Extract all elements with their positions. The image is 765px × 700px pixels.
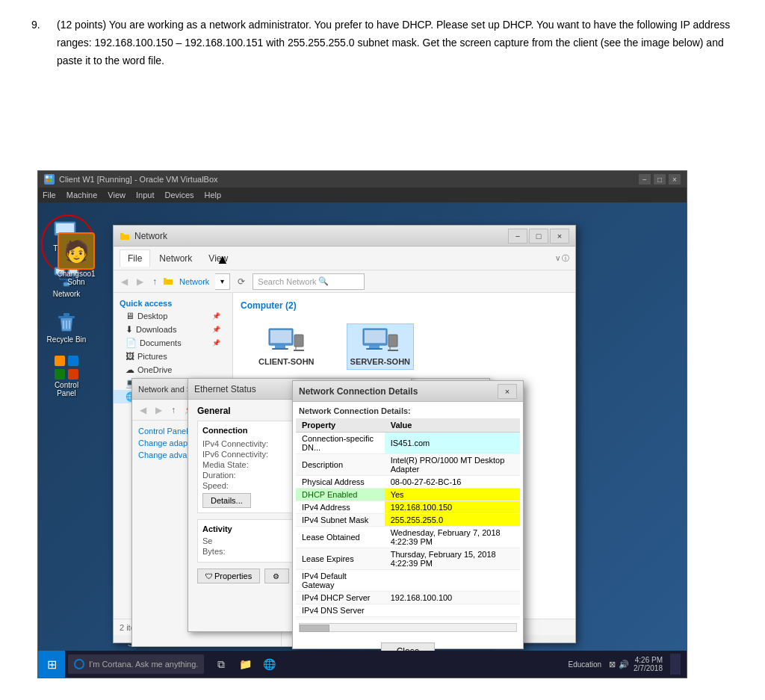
vbox-menu-help[interactable]: Help	[205, 191, 222, 199]
vbox-menubar: File Machine View Input Devices Help	[38, 188, 687, 202]
user-name-label: Changsoo1	[57, 270, 95, 278]
ncd-close-x-btn[interactable]: ×	[498, 384, 517, 399]
vbox-menu-view[interactable]: View	[108, 191, 126, 199]
vbox-menu-devices[interactable]: Devices	[164, 191, 193, 199]
ncd-value-cell: 255.255.255.0	[385, 514, 520, 527]
tray-network-icon[interactable]: ⊠	[609, 660, 616, 669]
sidebar-item-desktop[interactable]: 🖥 Desktop 📌	[114, 309, 232, 323]
ncd-value-cell	[385, 570, 520, 592]
task-view-btn[interactable]: ⧉	[210, 653, 232, 675]
back-btn[interactable]: ◀	[118, 275, 131, 288]
ncd-scrollbar[interactable]	[299, 623, 517, 632]
tray-sound-icon[interactable]: 🔊	[619, 660, 629, 669]
desktop-sidebar-icon: 🖥	[126, 311, 134, 321]
desktop-icon-recycle-bin[interactable]: Recycle Bin	[44, 309, 89, 344]
forward-btn[interactable]: ▶	[134, 275, 146, 288]
cortana-search-bar[interactable]: I'm Cortana. Ask me anything.	[68, 654, 204, 674]
vbox-menu-input[interactable]: Input	[136, 191, 154, 199]
up-btn[interactable]: ↑	[149, 275, 160, 288]
ribbon-tab-file[interactable]: File	[120, 250, 150, 267]
cortana-circle-icon	[74, 659, 84, 669]
ncd-scrollbar-thumb	[300, 625, 329, 632]
search-bar[interactable]: Search Network 🔍	[253, 273, 365, 290]
computer-item-client[interactable]: CLIENT-SOHN	[255, 324, 318, 369]
svg-rect-34	[365, 330, 385, 343]
network-connection-details-window: Network Connection Details × Network Con…	[292, 380, 524, 649]
ncd-titlebar: Network Connection Details ×	[293, 381, 523, 402]
vm-desktop-content: 🧑 Changsoo1 Sohn This PC	[38, 202, 687, 678]
ncd-details-table: Property Value Connection-specific DN...…	[296, 418, 520, 620]
explorer-maximize-btn[interactable]: □	[529, 229, 548, 244]
sidebar-item-documents[interactable]: 📄 Documents 📌	[114, 336, 232, 350]
ribbon-tab-network[interactable]: Network	[152, 250, 199, 267]
computer-item-server[interactable]: SERVER-SOHN	[347, 324, 413, 369]
recycle-bin-icon	[53, 309, 80, 335]
folder-icon	[120, 231, 130, 241]
details-btn[interactable]: Details...	[202, 493, 251, 508]
client-sohn-label: CLIENT-SOHN	[258, 357, 315, 366]
ncd-property-cell: IPv4 DHCP Server	[296, 592, 385, 604]
ncd-property-cell: IPv4 DNS Server	[296, 604, 385, 617]
ncd-property-cell: Physical Address	[296, 476, 385, 489]
explorer-close-btn[interactable]: ×	[550, 229, 569, 244]
question-text: (12 points) You are working as a network…	[57, 16, 734, 69]
ipv4-conn-label: IPv4 Connectivity:	[202, 439, 277, 448]
show-desktop-btn[interactable]	[670, 654, 681, 675]
sidebar-onedrive-label: OneDrive	[137, 365, 172, 374]
ncd-value-cell: IS451.com	[385, 433, 520, 454]
downloads-sidebar-icon: ⬇	[126, 324, 133, 335]
cortana-text: I'm Cortana. Ask me anything.	[89, 660, 198, 669]
bytes-label: Bytes:	[202, 547, 277, 556]
sidebar-item-pictures[interactable]: 🖼 Pictures	[114, 350, 232, 363]
vbox-menu-file[interactable]: File	[43, 191, 56, 199]
quick-access-label: Quick access	[114, 297, 232, 309]
refresh-btn[interactable]: ⟳	[233, 273, 250, 290]
svg-rect-35	[369, 345, 380, 348]
vbox-close-btn[interactable]: ×	[669, 174, 681, 185]
search-icon: 🔍	[318, 276, 329, 286]
properties-btn[interactable]: 🛡Properties	[197, 569, 260, 583]
ncd-value-cell: 192.168.100.100	[385, 592, 520, 604]
address-dropdown[interactable]: ▾	[215, 273, 230, 290]
onedrive-sidebar-icon: ☁	[126, 365, 134, 375]
vbox-minimize-btn[interactable]: −	[639, 174, 651, 185]
eth-btn2[interactable]: ⚙	[264, 569, 289, 583]
ncd-value-cell	[385, 617, 520, 621]
desktop-icon-control-panel[interactable]: Control Panel	[44, 354, 89, 397]
ribbon-tab-view[interactable]: View	[201, 250, 235, 267]
file-explorer-taskbar-btn[interactable]: 📁	[234, 653, 256, 675]
computer-section-header: Computer (2)	[241, 300, 568, 311]
ncd-value-cell: Wednesday, February 7, 2018 4:22:39 PM	[385, 527, 520, 548]
vbox-title-text: Client W1 [Running] - Oracle VM VirtualB…	[59, 175, 218, 184]
start-button[interactable]: ⊞	[38, 651, 65, 678]
ncd-value-cell: Intel(R) PRO/1000 MT Desktop Adapter	[385, 454, 520, 476]
ncd-value-cell: 192.168.100.150	[385, 501, 520, 514]
svg-rect-1	[49, 176, 52, 179]
svg-rect-36	[366, 348, 382, 350]
downloads-pin: 📌	[212, 326, 220, 333]
sidebar-item-downloads[interactable]: ⬇ Downloads 📌	[114, 323, 232, 336]
sidebar-item-onedrive[interactable]: ☁ OneDrive	[114, 363, 232, 377]
edge-taskbar-btn[interactable]: 🌐	[258, 653, 280, 675]
vbox-menu-machine[interactable]: Machine	[66, 191, 98, 199]
ncd-property-cell: Connection-specific DN...	[296, 433, 385, 454]
svg-rect-39	[388, 350, 398, 351]
ns-back-btn[interactable]: ◀	[137, 403, 149, 417]
control-panel-icon	[53, 354, 80, 381]
question-area: 9. (12 points) You are working as a netw…	[0, 0, 765, 78]
ncd-value-cell	[385, 604, 520, 617]
svg-rect-37	[388, 335, 397, 347]
vbox-maximize-btn[interactable]: □	[654, 174, 666, 185]
ns-up-btn[interactable]: ↑	[168, 403, 179, 417]
ncd-property-cell: IPv4 WINS Server	[296, 617, 385, 621]
vbox-title-left: Client W1 [Running] - Oracle VM VirtualB…	[44, 174, 218, 185]
user-name-label2: Sohn	[67, 278, 84, 286]
ns-forward-btn[interactable]: ▶	[152, 403, 165, 417]
user-avatar-icon[interactable]: 🧑 Changsoo1 Sohn	[50, 232, 102, 286]
svg-rect-27	[270, 330, 291, 343]
ribbon-v-marker: v ⓘ	[556, 253, 569, 264]
explorer-ribbon: File Network View v ⓘ	[114, 247, 575, 270]
documents-pin: 📌	[212, 339, 220, 347]
folder-small-icon	[163, 276, 173, 287]
explorer-minimize-btn[interactable]: −	[508, 229, 527, 244]
